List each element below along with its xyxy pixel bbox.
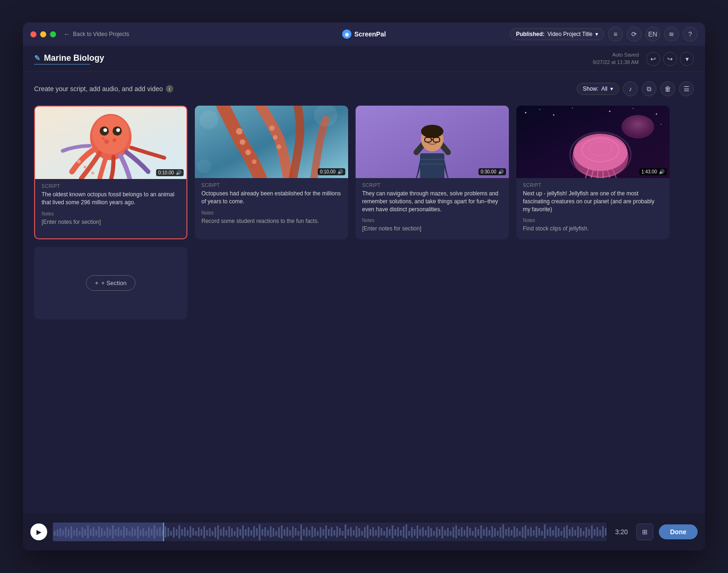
script-text-3[interactable]: They can navigate through mazes, solve p… (362, 190, 502, 213)
svg-rect-76 (126, 528, 128, 536)
section-card-4[interactable]: 1:43.00 🔊 Script Next up - jellyfish! Je… (516, 106, 670, 239)
volume-icon-4: 🔊 (659, 169, 664, 174)
svg-rect-205 (483, 529, 485, 536)
volume-icon-2: 🔊 (337, 169, 343, 174)
svg-rect-173 (394, 529, 396, 536)
svg-rect-235 (566, 525, 568, 538)
svg-rect-140 (303, 529, 305, 536)
minimize-button[interactable] (40, 31, 46, 37)
svg-rect-171 (389, 529, 391, 536)
notes-text-4[interactable]: Find stock clips of jellyfish. (523, 225, 663, 233)
history-icon-button[interactable]: ⟳ (627, 27, 642, 42)
svg-rect-212 (502, 524, 504, 538)
svg-rect-64 (93, 527, 94, 537)
delete-icon-button[interactable]: 🗑 (660, 81, 675, 96)
svg-rect-66 (98, 526, 100, 537)
svg-rect-107 (212, 531, 214, 536)
list-view-button[interactable]: ☰ (679, 81, 694, 96)
language-button[interactable]: EN (645, 27, 660, 42)
timeline-track[interactable]: 1:08.00 (53, 523, 607, 541)
svg-rect-129 (272, 528, 274, 537)
svg-rect-118 (242, 525, 244, 538)
back-button[interactable]: ← Back to Video Projects (64, 30, 129, 38)
svg-rect-120 (248, 527, 250, 537)
svg-rect-53 (62, 530, 64, 536)
svg-point-46 (573, 134, 628, 171)
svg-rect-93 (173, 527, 175, 537)
svg-rect-162 (364, 527, 366, 537)
maximize-button[interactable] (50, 31, 56, 37)
svg-rect-103 (200, 529, 202, 536)
svg-rect-97 (184, 527, 186, 537)
layers-icon-button[interactable]: ≋ (664, 27, 679, 42)
menu-icon-button[interactable]: ≡ (608, 27, 623, 42)
caption-button[interactable]: ⊞ (636, 523, 653, 540)
redo-button[interactable]: ↪ (663, 52, 677, 66)
traffic-lights (30, 31, 56, 37)
close-button[interactable] (30, 31, 36, 37)
svg-point-23 (197, 159, 211, 173)
svg-rect-186 (430, 528, 432, 537)
svg-point-36 (525, 112, 527, 114)
svg-rect-104 (203, 526, 205, 538)
info-icon[interactable]: i (166, 85, 173, 93)
notes-text-3[interactable]: [Enter notes for section] (362, 225, 502, 233)
svg-rect-86 (154, 525, 156, 538)
svg-point-40 (609, 111, 611, 112)
script-label-2: Script (201, 183, 342, 188)
svg-point-11 (113, 138, 116, 142)
svg-rect-130 (275, 531, 277, 536)
copy-icon-button[interactable]: ⧉ (642, 81, 657, 96)
svg-point-14 (236, 128, 243, 135)
done-button[interactable]: Done (659, 524, 698, 539)
section-card-2[interactable]: 0:10.00 🔊 Script Octopuses had already b… (195, 106, 348, 239)
play-button[interactable]: ▶ (30, 523, 47, 540)
svg-rect-201 (472, 531, 474, 536)
svg-rect-88 (159, 527, 161, 537)
svg-rect-241 (583, 531, 585, 536)
notes-text-1[interactable]: [Enter notes for section] (42, 218, 180, 226)
svg-rect-57 (73, 530, 75, 536)
svg-rect-113 (228, 526, 230, 537)
svg-rect-172 (392, 525, 393, 538)
svg-rect-220 (525, 525, 527, 538)
back-arrow-icon: ← (64, 30, 70, 38)
svg-rect-65 (95, 530, 97, 536)
svg-rect-156 (347, 529, 349, 536)
svg-rect-249 (605, 528, 607, 536)
svg-rect-157 (350, 527, 352, 537)
help-icon-button[interactable]: ? (683, 27, 698, 42)
show-filter[interactable]: Show: All ▾ (577, 83, 619, 95)
publish-label: Published: (516, 31, 544, 37)
card-thumb-1: 0:10.00 🔊 (35, 107, 186, 179)
svg-rect-138 (298, 531, 300, 536)
svg-rect-133 (284, 529, 285, 536)
undo-button[interactable]: ↩ (646, 52, 660, 66)
script-text-4[interactable]: Next up - jellyfish! Jellyfish are one o… (523, 190, 663, 213)
svg-rect-242 (585, 527, 587, 537)
svg-rect-150 (331, 527, 333, 537)
svg-rect-144 (314, 528, 316, 537)
svg-rect-60 (82, 527, 84, 537)
more-options-button[interactable]: ▾ (680, 52, 694, 66)
svg-rect-59 (79, 531, 81, 536)
project-title-wrapper: ✎ Marine Biology (34, 53, 104, 64)
svg-rect-187 (433, 531, 435, 536)
script-text-1[interactable]: The oldest known octopus fossil belongs … (42, 191, 180, 207)
duration-text-2: 0:10.00 (320, 169, 335, 174)
notes-text-2[interactable]: Record some student reactions to the fun… (201, 217, 342, 225)
svg-rect-248 (602, 526, 604, 537)
script-text-2[interactable]: Octopuses had already been established f… (201, 190, 342, 206)
section-card-1[interactable]: 0:10.00 🔊 Script The oldest known octopu… (34, 106, 187, 239)
svg-rect-155 (344, 524, 346, 538)
svg-rect-71 (112, 525, 114, 538)
section-card-3[interactable]: 0:30.00 🔊 Script They can navigate throu… (356, 106, 509, 239)
svg-rect-148 (325, 525, 327, 538)
svg-point-17 (252, 159, 257, 164)
svg-rect-127 (267, 530, 269, 536)
add-section-button[interactable]: + + Section (86, 275, 136, 291)
show-label: Show: (583, 86, 598, 92)
svg-rect-230 (552, 530, 554, 536)
publish-button[interactable]: Published: Video Project Title ▾ (510, 28, 604, 40)
audio-icon-button[interactable]: ♪ (623, 81, 638, 96)
